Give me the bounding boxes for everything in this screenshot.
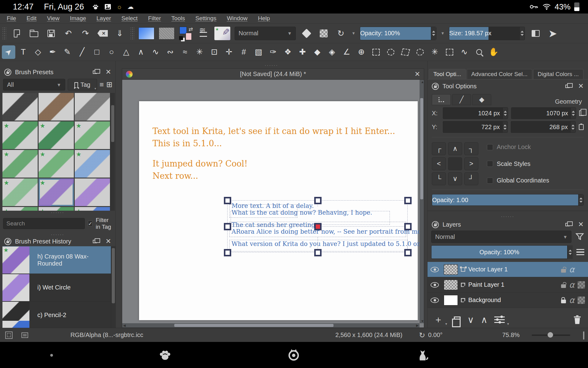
splitter-handle[interactable]: ······	[265, 63, 278, 67]
scroll-down-icon[interactable]: ▼	[421, 319, 424, 323]
scroll-up-icon[interactable]: ▲	[421, 80, 424, 84]
layer-row-paint[interactable]: Paint Layer 1 α	[428, 277, 588, 293]
fullscreen-icon[interactable]	[583, 332, 584, 339]
alpha-icon[interactable]: α	[569, 265, 575, 274]
colorize-mask-tool[interactable]: ❖	[281, 45, 295, 59]
transform-handle-bottom-right[interactable]	[404, 249, 412, 256]
blending-mode-dropdown[interactable]: Normal ▼	[235, 27, 296, 40]
inherit-alpha-icon[interactable]	[578, 281, 585, 289]
text-tool[interactable]: T	[17, 45, 30, 59]
x-position-field[interactable]: 1024 px	[443, 107, 508, 119]
brush-grid-scrollbar[interactable]	[110, 93, 115, 211]
similar-color-select-tool[interactable]: ✳	[428, 45, 442, 59]
fill-tool[interactable]: ◆	[311, 45, 324, 59]
unlocked-icon[interactable]	[561, 269, 566, 273]
canvas-area[interactable]: Text tool in Krita, let's see if it can …	[122, 80, 424, 328]
zoom-slider[interactable]	[532, 335, 570, 336]
opacity-spinner[interactable]	[431, 27, 436, 40]
close-icon[interactable]: ✕	[106, 68, 111, 76]
calligraphy-tool[interactable]: ✒	[46, 45, 59, 59]
move-layer-up-button[interactable]: ∧	[481, 314, 488, 325]
menu-item[interactable]: Image	[70, 15, 86, 22]
anchor-lock-checkbox[interactable]: ✓	[487, 144, 493, 150]
brush-preset-thumbnail[interactable]	[2, 207, 38, 211]
brush-preset-thumbnail[interactable]	[2, 150, 38, 178]
paste-icon[interactable]	[579, 124, 584, 130]
transform-handle-middle-left[interactable]	[224, 223, 231, 230]
menu-item[interactable]: Layer	[96, 15, 111, 22]
anchor-bottom-right-button[interactable]: ┘	[464, 172, 478, 185]
pattern-swatch[interactable]	[159, 27, 175, 40]
docker-lock-icon[interactable]	[432, 83, 439, 90]
visibility-eye-icon[interactable]	[431, 297, 439, 303]
elliptical-select-tool[interactable]	[384, 45, 398, 59]
layer-opacity-slider[interactable]: Opacity: 100%	[431, 245, 567, 259]
wrap-around-button[interactable]: ➤	[546, 27, 559, 40]
magnetic-select-tool[interactable]: ∿	[458, 45, 471, 59]
reload-preset-button[interactable]: ↻	[334, 27, 347, 40]
global-coordinates-checkbox[interactable]: ✓	[487, 178, 493, 184]
enclose-fill-tool[interactable]: ◈	[325, 45, 339, 59]
transform-handle-top-center[interactable]	[314, 197, 322, 204]
preserve-alpha-button[interactable]	[317, 27, 330, 40]
nav-curled-cat-button[interactable]	[287, 348, 300, 362]
history-item-crayon[interactable]: h) Crayon 08 Wax-Rounded	[2, 246, 111, 274]
bezier-select-tool[interactable]	[443, 45, 456, 59]
layer-filter-icon[interactable]	[575, 232, 584, 241]
splitter-handle[interactable]: ······	[0, 211, 115, 214]
copy-icon[interactable]	[579, 110, 584, 116]
history-item-wet-circle[interactable]: i) Wet Circle	[2, 274, 111, 301]
unlocked-icon[interactable]	[561, 284, 566, 288]
freehand-select-tool[interactable]	[413, 45, 427, 59]
transform-anchor-center[interactable]	[314, 223, 322, 230]
list-view-icon[interactable]: ≡	[100, 80, 104, 89]
float-docker-icon[interactable]	[565, 223, 570, 226]
inherit-alpha-icon[interactable]	[578, 266, 585, 273]
chevron-down-icon[interactable]: ▼	[352, 31, 356, 36]
smart-patch-tool[interactable]: ✚	[296, 45, 309, 59]
instant-preview-button[interactable]	[20, 331, 29, 340]
height-spinner[interactable]	[570, 121, 575, 132]
dynamic-brush-tool[interactable]: ≈	[178, 45, 192, 59]
chevron-down-icon[interactable]: ▾	[445, 322, 447, 326]
zoom-value[interactable]: 75.8%	[502, 332, 520, 339]
tag-button[interactable]: Tag ▾	[68, 79, 97, 90]
polyline-tool[interactable]: ∧	[134, 45, 148, 59]
float-docker-icon[interactable]	[565, 85, 570, 88]
menu-item[interactable]: View	[47, 15, 59, 22]
swap-colors-icon[interactable]: ⇄	[189, 26, 193, 33]
menu-item[interactable]: File	[7, 15, 16, 22]
workspace-chooser-button[interactable]	[197, 27, 210, 40]
selection-display-button[interactable]	[4, 331, 13, 340]
scale-styles-checkbox[interactable]: ✓	[487, 161, 493, 167]
eraser-mode-button[interactable]	[300, 27, 313, 40]
float-docker-icon[interactable]	[93, 71, 97, 74]
multibrush-tool[interactable]: ✳	[193, 45, 206, 59]
menu-item[interactable]: Select	[122, 15, 138, 22]
width-field[interactable]: 1070 px	[511, 107, 576, 119]
move-tool[interactable]: ✛	[222, 45, 236, 59]
background-color[interactable]	[186, 33, 192, 40]
history-scrollbar[interactable]	[111, 246, 115, 328]
chevron-down-icon[interactable]: ▾	[507, 322, 509, 326]
gradient-swatch[interactable]	[138, 27, 154, 40]
ellipse-tool[interactable]: ○	[105, 45, 118, 59]
anchor-bottom-button[interactable]: ∨	[448, 172, 462, 185]
brush-preset-thumbnail[interactable]	[39, 150, 74, 178]
import-resources-button[interactable]: ⇓	[113, 27, 126, 40]
transform-handle-top-right[interactable]	[404, 197, 412, 204]
layer-options-icon[interactable]	[576, 249, 584, 255]
freehand-brush-tool[interactable]: ✎	[61, 45, 74, 59]
chevron-down-icon[interactable]: ▼	[441, 31, 445, 36]
brush-preset-thumbnail[interactable]	[39, 93, 74, 121]
menu-item[interactable]: Help	[258, 15, 270, 22]
transform-tool[interactable]: ⊡	[208, 45, 221, 59]
toolbar-grip[interactable]	[2, 27, 6, 40]
anchor-top-left-button[interactable]: ┌	[432, 142, 446, 155]
rotation-control[interactable]: ↻ 0.00°	[419, 331, 443, 339]
canvas-horizontal-scrollbar[interactable]: ◀ ▶	[122, 323, 420, 328]
subtab-fill[interactable]: ◆	[472, 94, 491, 105]
canvas-vertical-scrollbar[interactable]: ▲ ▼	[420, 80, 424, 323]
rectangle-tool[interactable]: □	[90, 45, 104, 59]
anchor-left-button[interactable]: <	[432, 157, 446, 170]
